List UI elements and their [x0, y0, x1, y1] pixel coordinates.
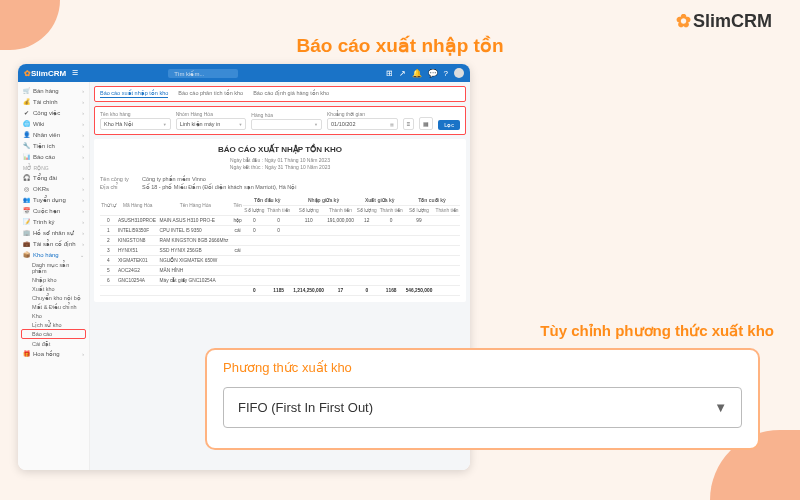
- logo-top: ✿SlimCRM: [676, 10, 772, 32]
- sidebar-item[interactable]: 📅Cuộc hẹn›: [18, 205, 89, 216]
- sidebar-item[interactable]: ◎OKRs›: [18, 183, 89, 194]
- filter-button[interactable]: Lọc: [438, 120, 460, 130]
- sidebar-item[interactable]: 📦Kho hàng⌄: [18, 249, 89, 260]
- export-method-select[interactable]: FIFO (First In First Out) ▼: [223, 387, 742, 428]
- report-title: BÁO CÁO XUẤT NHẬP TỒN KHO: [100, 145, 460, 154]
- sidebar-icon: 💼: [23, 240, 30, 247]
- sidebar-icon: 📊: [23, 153, 30, 160]
- sidebar-subitem[interactable]: Lịch sử kho: [18, 320, 89, 329]
- report-dates: Ngày bắt đầu : Ngày 01 Tháng 10 Năm 2023…: [100, 157, 460, 171]
- report-panel: BÁO CÁO XUẤT NHẬP TỒN KHO Ngày bắt đầu :…: [94, 139, 466, 302]
- help-icon[interactable]: ?: [444, 69, 448, 78]
- sidebar-item[interactable]: ✔Công việc›: [18, 107, 89, 118]
- sidebar-icon: ◎: [23, 185, 30, 192]
- sidebar-item[interactable]: 🛒Bán hàng›: [18, 85, 89, 96]
- sidebar-item[interactable]: 🔧Tiện ích›: [18, 140, 89, 151]
- export-method-card: Phương thức xuất kho FIFO (First In Firs…: [205, 348, 760, 450]
- sidebar-item[interactable]: 👥Tuyển dụng›: [18, 194, 89, 205]
- tab-xuat-nhap-ton[interactable]: Báo cáo xuất nhập tồn kho: [100, 90, 168, 98]
- sidebar-item[interactable]: 🎧Tổng đài›: [18, 172, 89, 183]
- table-row: 0ASUSH310PROEMAIN ASUS H310 PRO-Ehộp0011…: [100, 216, 460, 226]
- sidebar-item[interactable]: 📝Trình ký›: [18, 216, 89, 227]
- sidebar-icon: 👤: [23, 131, 30, 138]
- sidebar-subitem[interactable]: Danh mục sản phẩm: [18, 260, 89, 275]
- table-row: 1INTELI59350FCPU INTEL I5 9350cái00: [100, 226, 460, 236]
- tab-phan-tich[interactable]: Báo cáo phân tích tồn kho: [178, 90, 243, 98]
- view-grid-icon[interactable]: ▦: [419, 117, 433, 130]
- sidebar-icon: 🔧: [23, 142, 30, 149]
- sidebar-icon: 📅: [23, 207, 30, 214]
- gift-icon: 🎁: [23, 350, 30, 357]
- sidebar-icon: 👥: [23, 196, 30, 203]
- bell-icon[interactable]: 🔔: [412, 69, 422, 78]
- sidebar-icon: 💰: [23, 98, 30, 105]
- sidebar-item[interactable]: 💰Tài chính›: [18, 96, 89, 107]
- search-input[interactable]: Tìm kiếm...: [168, 69, 238, 78]
- report-table: Thứ tự Mã Hàng Hóa Tên Hàng Hóa Tên Tồn …: [100, 195, 460, 296]
- sidebar-item[interactable]: 💼Tài sản cố định›: [18, 238, 89, 249]
- view-toggle-icon[interactable]: ≡: [403, 118, 415, 130]
- filter-product[interactable]: ▼: [251, 119, 322, 130]
- headline-method: Tùy chỉnh phương thức xuất kho: [540, 322, 774, 340]
- chevron-down-icon: ▼: [714, 400, 727, 415]
- report-tabs: Báo cáo xuất nhập tồn kho Báo cáo phân t…: [94, 86, 466, 102]
- card-title: Phương thức xuất kho: [223, 360, 742, 375]
- sidebar-subitem[interactable]: Báo cáo: [21, 329, 86, 339]
- sidebar-icon: 🌐: [23, 120, 30, 127]
- filter-group[interactable]: Linh kiện máy in▼: [176, 118, 247, 130]
- sidebar-icon: 📝: [23, 218, 30, 225]
- sidebar: 🛒Bán hàng›💰Tài chính›✔Công việc›🌐Wiki›👤N…: [18, 82, 90, 470]
- menu-icon[interactable]: ☰: [72, 69, 78, 77]
- sidebar-icon: ✔: [23, 109, 30, 116]
- table-row: 2KINGSTON8RAM KINGSTON 8GB 2666Mhz: [100, 236, 460, 246]
- filter-bar: Tên kho hàngKho Hà Nội▼ Nhóm Hàng HóaLin…: [94, 106, 466, 135]
- sidebar-item[interactable]: 👤Nhân viên›: [18, 129, 89, 140]
- app-brand: ✿SlimCRM: [24, 69, 66, 78]
- sidebar-item[interactable]: 📊Báo cáo›: [18, 151, 89, 162]
- table-row: 3HYNIX51SSD HYNIX 256GBcái: [100, 246, 460, 256]
- table-row: 6GNC10254AMáy cắt giấy GNC10254A: [100, 276, 460, 286]
- sidebar-subitem[interactable]: Cài đặt: [18, 339, 89, 348]
- sidebar-item-hoahong[interactable]: 🎁Hoa hồng›: [18, 348, 89, 359]
- sidebar-subitem[interactable]: Mất & Điều chỉnh: [18, 302, 89, 311]
- filter-warehouse[interactable]: Kho Hà Nội▼: [100, 118, 171, 130]
- sidebar-icon: 🏢: [23, 229, 30, 236]
- sidebar-section-label: MỞ RỘNG: [18, 162, 89, 172]
- sidebar-subitem[interactable]: Xuất kho: [18, 284, 89, 293]
- sidebar-item[interactable]: 🏢Hồ sơ nhân sự›: [18, 227, 89, 238]
- table-row: 5AOC24G2MÀN HÌNH: [100, 266, 460, 276]
- table-row: 4XIGMATEK01NGUỒN XIGMATEK 650W: [100, 256, 460, 266]
- sidebar-icon: 🎧: [23, 174, 30, 181]
- sidebar-subitem[interactable]: Kho: [18, 311, 89, 320]
- sidebar-icon: 🛒: [23, 87, 30, 94]
- avatar[interactable]: [454, 68, 464, 78]
- filter-daterange[interactable]: 01/10/202▦: [327, 118, 398, 130]
- sidebar-item[interactable]: 🌐Wiki›: [18, 118, 89, 129]
- share-icon[interactable]: ↗: [399, 69, 406, 78]
- topbar: ✿SlimCRM ☰ Tìm kiếm... ⊞ ↗ 🔔 💬 ?: [18, 64, 470, 82]
- tab-dinh-gia[interactable]: Báo cáo định giá hàng tồn kho: [253, 90, 329, 98]
- sidebar-subitem[interactable]: Chuyển kho nội bộ: [18, 293, 89, 302]
- sidebar-subitem[interactable]: Nhập kho: [18, 275, 89, 284]
- sidebar-icon: 📦: [23, 251, 30, 258]
- apps-icon[interactable]: ⊞: [386, 69, 393, 78]
- chat-icon[interactable]: 💬: [428, 69, 438, 78]
- headline-report: Báo cáo xuất nhập tồn: [0, 34, 800, 57]
